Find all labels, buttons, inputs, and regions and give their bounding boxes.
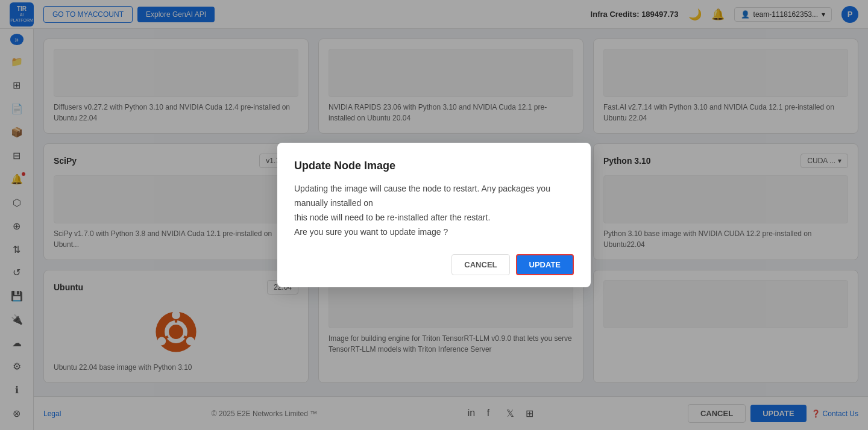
- modal-update-button[interactable]: UPDATE: [516, 254, 574, 275]
- modal-overlay[interactable]: Update Node Image Updating the image wil…: [0, 0, 868, 430]
- modal-title: Update Node Image: [294, 160, 574, 172]
- modal-body: Updating the image will cause the node t…: [294, 182, 574, 239]
- update-node-modal: Update Node Image Updating the image wil…: [277, 143, 591, 287]
- modal-footer: CANCEL UPDATE: [294, 254, 574, 275]
- modal-body-line3: Are you sure you want to update image ?: [294, 227, 448, 237]
- modal-cancel-button[interactable]: CANCEL: [451, 254, 509, 275]
- modal-body-line2: this node will need to be re-installed a…: [294, 213, 490, 222]
- modal-body-line1: Updating the image will cause the node t…: [294, 184, 550, 208]
